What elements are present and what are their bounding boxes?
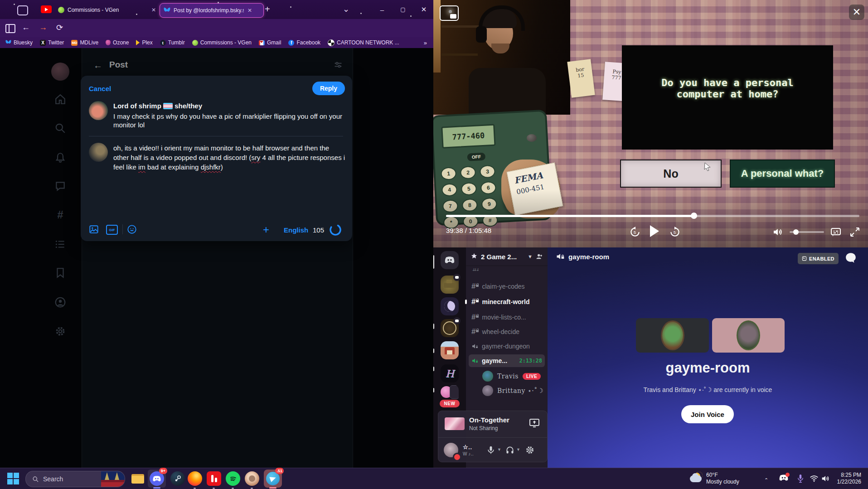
taskbar-search[interactable]: Search bbox=[25, 471, 125, 487]
picture-in-picture-icon[interactable] bbox=[440, 5, 459, 21]
channel-claim-ye-codes[interactable]: #claim-ye-codes bbox=[469, 280, 545, 293]
add-thread-post-icon[interactable]: + bbox=[263, 223, 269, 236]
bookmark-facebook[interactable]: fFacebook bbox=[288, 39, 320, 46]
bookmark-bluesky[interactable]: Bluesky bbox=[5, 39, 33, 46]
add-image-icon[interactable] bbox=[89, 224, 99, 234]
peach-app-icon[interactable] bbox=[245, 471, 259, 486]
sidebar-toggle-icon[interactable] bbox=[5, 24, 15, 33]
mic-tray-icon[interactable] bbox=[796, 474, 805, 484]
language-selector[interactable]: English bbox=[284, 226, 308, 234]
captions-icon[interactable] bbox=[830, 227, 841, 237]
nav-bar: ← → ⟳ bsky.app/profile/lordofshrimp.bsky… bbox=[0, 19, 433, 37]
bookmarks-overflow-chevron[interactable]: » bbox=[424, 39, 427, 46]
chat-bubble-icon[interactable] bbox=[845, 252, 857, 264]
bookmark-tumblr[interactable]: tTumblr bbox=[160, 39, 185, 46]
firefox-view-icon[interactable] bbox=[17, 5, 28, 15]
start-button[interactable] bbox=[7, 473, 19, 484]
mic-icon[interactable] bbox=[486, 445, 495, 455]
discord-tray-icon[interactable] bbox=[779, 474, 789, 483]
red-app-icon[interactable] bbox=[207, 471, 221, 486]
video-player[interactable]: ✕ bor15 Psy777 Do you have a personal co… bbox=[433, 0, 868, 247]
firefox-icon[interactable] bbox=[188, 471, 202, 486]
tab-list-chevron-icon[interactable]: ⌄ bbox=[343, 4, 349, 14]
volume-icon[interactable] bbox=[772, 227, 783, 237]
bookmark-mdlive[interactable]: MDMDLive bbox=[71, 39, 98, 46]
clock[interactable]: 8:25 PM 1/22/2026 bbox=[833, 472, 861, 485]
channel-gayme-room-active[interactable]: gayme... 2:13:28 bbox=[469, 354, 545, 367]
settings-gear-icon[interactable] bbox=[525, 445, 534, 455]
channel-wheel-decide[interactable]: #wheel-decide bbox=[469, 325, 545, 338]
soundboard-enabled-pill[interactable]: ENABLED bbox=[798, 253, 839, 264]
voice-user-brittany[interactable]: Brittany ⋆·˚☽ bbox=[482, 385, 543, 396]
unread-pill bbox=[433, 324, 434, 329]
forward-5-icon[interactable]: 5 bbox=[669, 226, 681, 238]
maximize-button[interactable]: ▢ bbox=[396, 4, 410, 15]
blue-messenger-app-button[interactable]: .51 bbox=[264, 470, 282, 488]
seek-bar[interactable] bbox=[446, 215, 859, 217]
youtube-pinned-tab-icon[interactable] bbox=[41, 5, 52, 13]
chevron-down-icon[interactable]: ▼ bbox=[516, 447, 520, 452]
emoji-icon[interactable] bbox=[127, 224, 137, 234]
spotify-icon[interactable] bbox=[226, 471, 240, 486]
voice-user-travis[interactable]: Travis LIVE bbox=[482, 371, 541, 382]
headphones-icon[interactable] bbox=[505, 445, 514, 455]
server-header[interactable]: 2 Game 2... ▼ bbox=[466, 247, 548, 266]
tab-commissions-vgen[interactable]: Commissions - VGen ✕ bbox=[54, 3, 160, 17]
new-tab-button[interactable]: + bbox=[265, 4, 270, 15]
close-button[interactable]: ✕ bbox=[417, 4, 431, 15]
tray-expand-chevron[interactable]: ⌃ bbox=[764, 477, 770, 481]
reply-button[interactable]: Reply bbox=[312, 82, 345, 95]
server-icon-signature[interactable]: H bbox=[441, 364, 459, 382]
volume-slider[interactable] bbox=[790, 231, 824, 233]
gif-icon[interactable]: GIF bbox=[106, 225, 118, 235]
taskbar: Search 9+ bbox=[0, 468, 868, 489]
tab-close-icon[interactable]: ✕ bbox=[151, 7, 156, 13]
voice-tile-travis[interactable] bbox=[636, 318, 709, 353]
join-voice-button[interactable]: Join Voice bbox=[681, 405, 734, 423]
bookmark-commissions-vgen[interactable]: Commissions - VGen bbox=[192, 39, 252, 46]
fullscreen-icon[interactable] bbox=[849, 227, 860, 237]
weather-icon[interactable] bbox=[690, 472, 703, 485]
weather-widget[interactable]: 60°F Mostly cloudy bbox=[706, 472, 739, 485]
wifi-icon[interactable] bbox=[810, 475, 819, 482]
bookmark-gmail[interactable]: Gmail bbox=[259, 39, 281, 46]
screen-share-icon[interactable] bbox=[529, 417, 540, 428]
discord-taskbar-button[interactable]: 9+ bbox=[148, 470, 166, 488]
bookmark-cartoon-network[interactable]: CARTOON NETWORK ... bbox=[328, 39, 399, 46]
tab-bluesky-post[interactable]: Post by @lordofshrimp.bsky.soc ✕ bbox=[160, 3, 264, 18]
headphone-earcup-icon bbox=[476, 26, 487, 43]
back-icon[interactable]: ← bbox=[22, 23, 30, 32]
channel-movie-lists[interactable]: #movie-lists-co... bbox=[469, 311, 545, 324]
author-name[interactable]: Lord of shrimp bbox=[113, 102, 161, 110]
chevron-down-icon[interactable]: ▼ bbox=[497, 447, 501, 452]
steam-icon[interactable] bbox=[170, 471, 185, 486]
cancel-button[interactable]: Cancel bbox=[89, 85, 111, 92]
file-explorer-icon[interactable] bbox=[131, 471, 145, 486]
choice-personal-what-button[interactable]: A personal what? bbox=[730, 160, 835, 188]
close-video-icon[interactable]: ✕ bbox=[849, 5, 864, 20]
tab-close-icon[interactable]: ✕ bbox=[247, 7, 252, 14]
phone-display: 777-460 bbox=[441, 124, 495, 149]
server-icon-moon[interactable] bbox=[441, 297, 459, 315]
avatar[interactable] bbox=[89, 101, 108, 120]
reply-text-input[interactable]: oh, its a video!! i orient my main monit… bbox=[113, 143, 346, 172]
forward-icon[interactable]: → bbox=[39, 23, 47, 32]
bookmark-twitter[interactable]: XTwitter bbox=[40, 39, 64, 46]
reload-icon[interactable]: ⟳ bbox=[56, 23, 63, 33]
server-icon-barn[interactable] bbox=[441, 341, 459, 359]
voice-tile-brittany[interactable] bbox=[712, 318, 785, 353]
discord-home-button[interactable] bbox=[441, 251, 459, 269]
minimize-button[interactable]: – bbox=[375, 4, 389, 15]
channel-gaymer-dungeon[interactable]: gaymer-dungeon bbox=[469, 340, 545, 353]
rewind-5-icon[interactable]: 5 bbox=[629, 226, 641, 238]
play-button[interactable] bbox=[650, 225, 659, 237]
bookmark-plex[interactable]: Plex bbox=[136, 39, 152, 46]
video-timestamp: 39:38 / 1:05:48 bbox=[446, 227, 491, 234]
channel-minecraft-world[interactable]: #minecraft-world bbox=[469, 295, 545, 308]
avatar[interactable] bbox=[89, 143, 108, 162]
add-member-icon[interactable] bbox=[536, 253, 543, 260]
bookmark-ozone[interactable]: Ozone bbox=[106, 39, 129, 46]
bluesky-icon bbox=[5, 40, 11, 45]
username[interactable]: ☆‥ bbox=[463, 444, 472, 450]
volume-tray-icon[interactable] bbox=[821, 474, 830, 483]
